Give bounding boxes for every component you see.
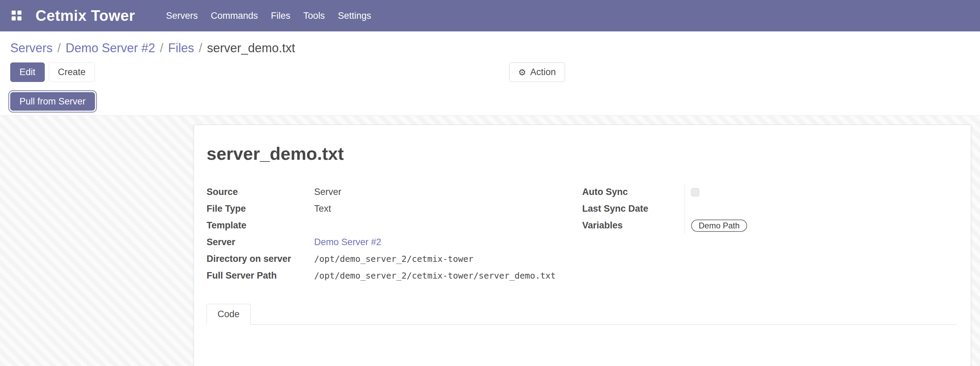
breadcrumb-separator: / (199, 41, 202, 56)
app-brand[interactable]: Cetmix Tower (35, 7, 135, 24)
field-row-server: Server Demo Server #2 (207, 234, 562, 251)
form-sheet: server_demo.txt Source Server File Type … (194, 125, 971, 366)
field-label-auto-sync: Auto Sync (582, 187, 685, 197)
field-value-server: Demo Server #2 (314, 234, 562, 251)
notebook: Code (207, 304, 957, 366)
field-label-full-path: Full Server Path (207, 271, 314, 281)
apps-grid-square (12, 16, 16, 21)
field-row-source: Source Server (207, 184, 562, 201)
tab-code-content (207, 325, 957, 366)
field-label-server: Server (207, 237, 314, 248)
create-button[interactable]: Create (49, 62, 95, 82)
button-row: Edit Create ⚙ Action (10, 62, 970, 82)
field-row-last-sync-date: Last Sync Date (582, 201, 889, 217)
field-label-variables: Variables (582, 220, 685, 231)
field-row-directory: Directory on server /opt/demo_server_2/c… (207, 251, 562, 267)
field-value-template (314, 217, 562, 234)
field-groups: Source Server File Type Text Template Se… (207, 184, 957, 284)
control-panel: Servers / Demo Server #2 / Files / serve… (0, 32, 980, 115)
breadcrumb-separator: / (57, 41, 61, 56)
field-value-last-sync-date (685, 201, 889, 217)
menu-item-files[interactable]: Files (264, 0, 297, 32)
apps-grid-square (12, 11, 16, 15)
field-value-full-path: /opt/demo_server_2/cetmix-tower/server_d… (314, 267, 562, 284)
field-label-source: Source (207, 187, 314, 197)
apps-grid-icon[interactable] (12, 11, 22, 21)
tab-code[interactable]: Code (207, 304, 251, 325)
form-background: server_demo.txt Source Server File Type … (0, 115, 980, 366)
field-column-right: Auto Sync Last Sync Date Variables Demo … (582, 184, 889, 284)
main-menu: Servers Commands Files Tools Settings (159, 0, 378, 32)
apps-grid-square (18, 16, 22, 21)
edit-button[interactable]: Edit (10, 62, 45, 82)
action-button-label: Action (530, 67, 556, 78)
auto-sync-checkbox (691, 188, 699, 196)
field-row-auto-sync: Auto Sync (582, 184, 889, 201)
gear-icon: ⚙ (518, 68, 526, 77)
field-value-file-type: Text (314, 201, 562, 217)
field-value-variables: Demo Path (685, 217, 889, 234)
menu-item-tools[interactable]: Tools (297, 0, 331, 32)
breadcrumb-separator: / (160, 41, 163, 56)
menu-item-commands[interactable]: Commands (204, 0, 264, 32)
field-row-file-type: File Type Text (207, 201, 562, 217)
field-value-directory: /opt/demo_server_2/cetmix-tower (314, 251, 562, 267)
breadcrumb: Servers / Demo Server #2 / Files / serve… (10, 41, 970, 56)
breadcrumb-link-servers[interactable]: Servers (10, 41, 52, 56)
tab-bar: Code (207, 304, 957, 325)
apps-grid-square (18, 11, 22, 15)
menu-item-servers[interactable]: Servers (159, 0, 204, 32)
field-row-template: Template (207, 217, 562, 234)
record-title: server_demo.txt (207, 143, 957, 164)
breadcrumb-link-demo-server-2[interactable]: Demo Server #2 (65, 41, 155, 56)
field-value-auto-sync (685, 184, 889, 201)
field-label-file-type: File Type (207, 204, 314, 214)
field-column-left: Source Server File Type Text Template Se… (207, 184, 562, 284)
field-label-last-sync-date: Last Sync Date (582, 204, 685, 214)
breadcrumb-current: server_demo.txt (207, 41, 295, 56)
field-label-directory: Directory on server (207, 254, 314, 264)
field-row-full-path: Full Server Path /opt/demo_server_2/cetm… (207, 267, 562, 284)
pull-from-server-button[interactable]: Pull from Server (10, 92, 95, 111)
menu-item-settings[interactable]: Settings (331, 0, 378, 32)
variable-tag-demo-path: Demo Path (691, 220, 747, 232)
server-record-link[interactable]: Demo Server #2 (314, 237, 382, 248)
field-label-template: Template (207, 220, 314, 231)
field-value-source: Server (314, 184, 562, 201)
header-buttons-row: Pull from Server (10, 92, 970, 111)
top-navbar: Cetmix Tower Servers Commands Files Tool… (0, 0, 980, 32)
breadcrumb-link-files[interactable]: Files (168, 41, 194, 56)
field-row-variables: Variables Demo Path (582, 217, 889, 234)
action-button[interactable]: ⚙ Action (509, 62, 565, 82)
